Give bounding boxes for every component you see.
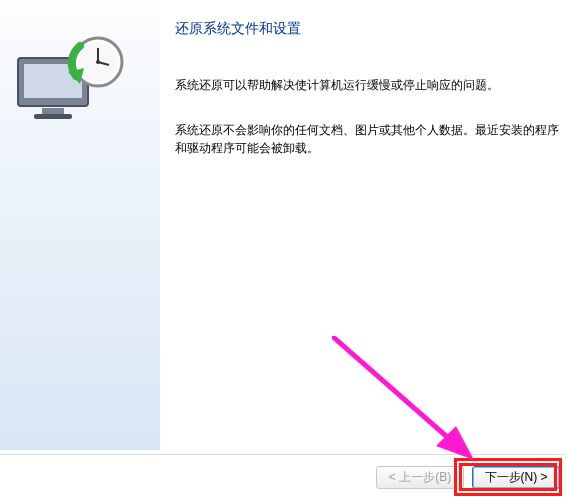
wizard-button-row: < 上一步(B) 下一步(N) > bbox=[0, 454, 566, 500]
intro-paragraph-1: 系统还原可以帮助解决使计算机运行缓慢或停止响应的问题。 bbox=[175, 76, 566, 95]
svg-rect-3 bbox=[34, 114, 72, 119]
svg-point-8 bbox=[96, 60, 100, 64]
system-restore-icon bbox=[10, 28, 130, 132]
wizard-main: 还原系统文件和设置 系统还原可以帮助解决使计算机运行缓慢或停止响应的问题。 系统… bbox=[175, 20, 566, 184]
page-title: 还原系统文件和设置 bbox=[175, 20, 566, 38]
svg-line-10 bbox=[332, 336, 462, 450]
back-button: < 上一步(B) bbox=[376, 466, 464, 489]
next-button[interactable]: 下一步(N) > bbox=[472, 466, 560, 489]
intro-paragraph-2: 系统还原不会影响你的任何文档、图片或其他个人数据。最近安装的程序和驱动程序可能会… bbox=[175, 121, 566, 158]
wizard-side-panel bbox=[0, 0, 160, 450]
svg-rect-2 bbox=[42, 108, 64, 114]
